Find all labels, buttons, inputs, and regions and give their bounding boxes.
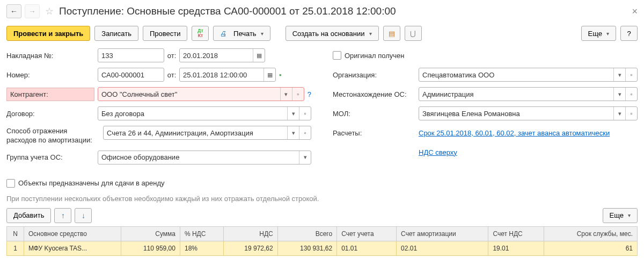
mol-field[interactable]: Звягинцева Елена Романовна ▾ ▫: [419, 106, 638, 120]
organization-label: Организация:: [333, 71, 419, 79]
attach-button[interactable]: ⋃: [405, 26, 422, 41]
invoice-label: Накладная №:: [6, 52, 98, 60]
dtkt-button[interactable]: ДтКт: [192, 26, 209, 41]
col-n[interactable]: N: [7, 226, 24, 241]
dropdown-icon[interactable]: ▾: [613, 107, 625, 120]
date-ok-icon: ▪: [279, 71, 282, 79]
open-icon[interactable]: ▫: [292, 88, 304, 101]
nav-forward-button[interactable]: →: [25, 4, 40, 18]
invoice-number-field[interactable]: 133: [98, 48, 164, 62]
dtkt-icon: ДтКт: [197, 28, 203, 38]
dropdown-icon[interactable]: ▾: [280, 88, 292, 101]
os-group-label: Группа учета ОС:: [6, 153, 98, 161]
add-row-button[interactable]: Добавить: [6, 208, 51, 223]
contractor-label: Контрагент:: [6, 88, 94, 101]
document-icon: ▤: [389, 30, 395, 38]
expense-method-label: Способ отражения расходов по амортизации…: [6, 126, 103, 145]
arrow-down-icon: ↓: [82, 211, 85, 220]
col-lifespan[interactable]: Срок службы, мес.: [544, 226, 638, 241]
open-icon[interactable]: ▫: [625, 68, 637, 81]
expense-method-field[interactable]: Счета 26 и 44, Администрация, Амортизаци…: [103, 126, 311, 140]
col-asset[interactable]: Основное средство: [24, 226, 121, 241]
dropdown-icon[interactable]: ▾: [613, 88, 625, 101]
post-button[interactable]: Провести: [143, 26, 188, 41]
open-icon[interactable]: ▫: [625, 107, 637, 120]
help-link[interactable]: ?: [308, 90, 311, 98]
hint-text: При поступлении нескольких объектов необ…: [6, 195, 638, 203]
from-label-2: от:: [164, 71, 179, 79]
mol-label: МОЛ:: [333, 110, 419, 118]
help-button[interactable]: ?: [620, 26, 638, 41]
printer-icon: 🖨: [220, 30, 227, 38]
col-vat-acc[interactable]: Счет НДС: [488, 226, 544, 241]
invoice-date-field[interactable]: 20.01.2018 ▦: [179, 48, 265, 62]
assets-table: N Основное средство Сумма % НДС НДС Всег…: [6, 226, 638, 256]
rent-checkbox[interactable]: [6, 179, 15, 188]
nav-back-button[interactable]: ←: [6, 4, 21, 18]
original-received-label: Оригинал получен: [345, 52, 404, 60]
col-amort[interactable]: Счет амортизации: [397, 226, 488, 241]
contractor-field[interactable]: ООО "Солнечный свет" ▾ ▫: [98, 87, 304, 101]
open-icon[interactable]: ▫: [299, 126, 311, 139]
document-button[interactable]: ▤: [383, 26, 400, 41]
doc-date-field[interactable]: 25.01.2018 12:00:00 ▦: [179, 68, 276, 82]
close-icon[interactable]: ×: [632, 6, 638, 17]
col-account[interactable]: Счет учета: [337, 226, 397, 241]
open-icon[interactable]: ▫: [625, 88, 637, 101]
calc-label: Расчеты:: [333, 129, 419, 137]
move-up-button[interactable]: ↑: [54, 208, 71, 223]
col-total[interactable]: Всего: [277, 226, 336, 241]
open-icon[interactable]: ▫: [299, 107, 311, 120]
page-title: Поступление: Основные средства СА00-0000…: [59, 5, 628, 17]
os-group-field[interactable]: Офисное оборудование ▾: [98, 151, 311, 164]
col-vat[interactable]: НДС: [223, 226, 277, 241]
dropdown-icon[interactable]: ▾: [287, 107, 299, 120]
dropdown-icon[interactable]: ▾: [299, 151, 311, 164]
create-based-on-button[interactable]: Создать на основании: [286, 26, 379, 41]
organization-field[interactable]: Спецавтоматика ООО ▾ ▫: [419, 68, 638, 82]
calc-settings-link[interactable]: Срок 25.01.2018, 60.01, 60.02, зачет ава…: [419, 129, 610, 137]
original-received-checkbox[interactable]: [333, 51, 341, 60]
col-vat-pct[interactable]: % НДС: [180, 226, 223, 241]
calendar-icon[interactable]: ▦: [264, 68, 275, 81]
from-label-1: от:: [164, 52, 179, 60]
print-button[interactable]: 🖨 Печать: [213, 26, 270, 41]
contract-label: Договор:: [6, 110, 98, 118]
dropdown-icon[interactable]: ▾: [613, 68, 625, 81]
arrow-up-icon: ↑: [61, 211, 65, 220]
number-label: Номер:: [6, 71, 98, 79]
calendar-icon[interactable]: ▦: [253, 49, 265, 62]
os-location-field[interactable]: Администрация ▾ ▫: [419, 87, 638, 101]
write-button[interactable]: Записать: [94, 26, 138, 41]
vat-mode-link[interactable]: НДС сверху: [419, 148, 457, 156]
os-location-label: Местонахождение ОС:: [333, 90, 419, 98]
doc-number-field[interactable]: СА00-000001: [98, 68, 164, 82]
paperclip-icon: ⋃: [410, 30, 416, 38]
post-and-close-button[interactable]: Провести и закрыть: [6, 26, 90, 41]
more-button[interactable]: Еще: [581, 26, 616, 41]
rent-checkbox-label: Объекты предназначены для сдачи в аренду: [18, 179, 164, 187]
col-sum[interactable]: Сумма: [121, 226, 180, 241]
contract-field[interactable]: Без договора ▾ ▫: [98, 106, 311, 120]
move-down-button[interactable]: ↓: [75, 208, 92, 223]
table-more-button[interactable]: Еще: [603, 208, 638, 223]
favorite-star-icon[interactable]: ☆: [45, 5, 54, 17]
dropdown-icon[interactable]: ▾: [287, 126, 299, 139]
table-row[interactable]: 1 МФУ Kyocera TAS... 110 959,00 18% 19 9…: [7, 241, 638, 255]
